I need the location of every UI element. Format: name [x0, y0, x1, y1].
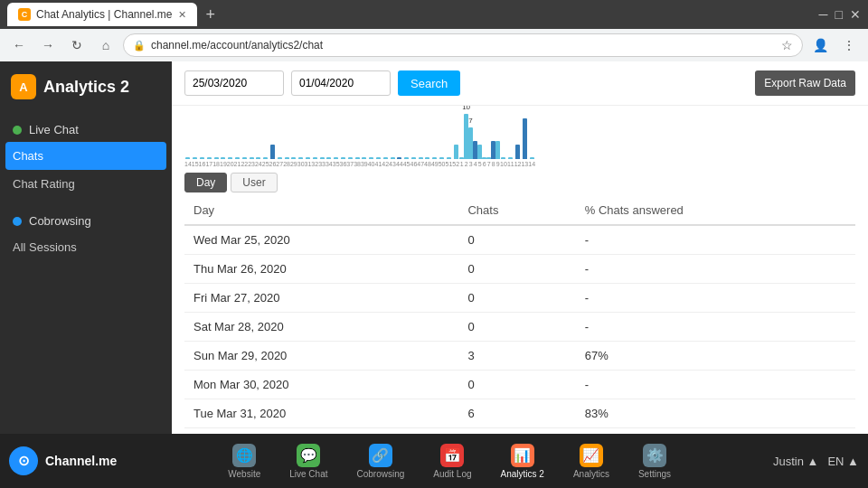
chart-bar — [278, 157, 282, 159]
cell-chats: 0 — [458, 225, 575, 255]
sidebar-cobrowsing-header: Cobrowsing — [0, 209, 172, 233]
user-toggle-button[interactable]: User — [231, 173, 277, 192]
chart-bar — [523, 118, 527, 159]
chart-bar-label: 47 — [417, 161, 424, 167]
chart-bar-label: 46 — [410, 161, 418, 167]
browser-tab[interactable]: C Chat Analytics | Channel.me ✕ — [7, 3, 197, 26]
chart-bar-label: 20 — [227, 161, 234, 167]
forward-button[interactable]: → — [36, 33, 60, 57]
chart-bar-label: 34 — [326, 161, 333, 167]
toolbar: Search Export Raw Data — [172, 61, 868, 106]
chart-area: 1415161718192021222324252627282930313233… — [172, 106, 868, 169]
bottom-logo-icon: ⊙ — [9, 446, 38, 475]
analytics-icon: 📈 — [580, 444, 603, 467]
analytics2-label: Analytics 2 — [501, 469, 544, 479]
chart-bar-label: 40 — [368, 161, 375, 167]
view-toggle: Day User — [172, 169, 868, 196]
chart-bar — [432, 157, 437, 159]
chart-bar-label: 3 — [469, 161, 473, 167]
chart-bar — [256, 157, 260, 159]
cell-pct: - — [576, 313, 855, 342]
address-bar[interactable]: 🔒 channel.me/account/analytics2/chat ☆ — [123, 33, 803, 57]
table-row: Wed Mar 25, 2020 0 - — [184, 225, 855, 255]
bookmark-button[interactable]: ☆ — [781, 38, 793, 52]
table-row: Mon Mar 30, 2020 0 - — [184, 371, 855, 399]
chart-bar-label: 15 — [192, 161, 199, 167]
chart-bar-label: 37 — [346, 161, 354, 167]
chart-bar-label: 27 — [276, 161, 283, 167]
chart-bar-label: 16 — [199, 161, 206, 167]
chart-bar — [228, 157, 232, 159]
chart-bar-label: 42 — [382, 161, 389, 167]
chart-bar-label: 21 — [234, 161, 241, 167]
home-button[interactable]: ⌂ — [94, 33, 118, 57]
cobrowsing-label: Cobrowsing — [29, 214, 91, 228]
profile-button[interactable]: 👤 — [808, 33, 832, 57]
export-button[interactable]: Export Raw Data — [755, 70, 855, 96]
chart-bar-label: 2 — [465, 161, 468, 167]
bottom-nav-website[interactable]: 🌐Website — [215, 440, 273, 483]
bottom-nav-analytics2[interactable]: 📊Analytics 2 — [488, 440, 557, 483]
chart-bar — [404, 157, 409, 159]
chart-bar-label: 35 — [333, 161, 340, 167]
cobrowse-label: Cobrowsing — [356, 469, 404, 479]
new-tab-button[interactable]: + — [206, 5, 216, 24]
chart-bar — [298, 157, 303, 159]
date-to-input[interactable] — [291, 70, 391, 96]
menu-button[interactable]: ⋮ — [837, 33, 861, 57]
chart-bar-label: 43 — [389, 161, 396, 167]
search-button[interactable]: Search — [398, 70, 460, 96]
cobrowsing-status-dot — [13, 217, 22, 226]
website-label: Website — [228, 469, 260, 479]
back-button[interactable]: ← — [7, 33, 31, 57]
chart-bar-label: 28 — [283, 161, 290, 167]
cell-pct: 83% — [576, 399, 855, 428]
sidebar-item-chat-rating[interactable]: Chat Rating — [0, 170, 172, 198]
user-menu-button[interactable]: Justin ▲ — [773, 455, 818, 468]
cell-day: Thu Mar 26, 2020 — [184, 255, 458, 284]
chart-bar-label: 1 — [460, 161, 464, 167]
chart-bar-label: 49 — [431, 161, 439, 167]
chart-bar — [185, 157, 190, 159]
language-button[interactable]: EN ▲ — [827, 455, 859, 468]
app-body: A Analytics 2 Live Chat Chats Chat Ratin… — [0, 61, 868, 434]
chart-bar — [306, 157, 310, 159]
chart-bar-label: 38 — [354, 161, 361, 167]
sidebar: A Analytics 2 Live Chat Chats Chat Ratin… — [0, 61, 172, 434]
chart-bar-label: 44 — [396, 161, 403, 167]
bottom-nav-livechat[interactable]: 💬Live Chat — [277, 440, 340, 483]
sidebar-item-all-sessions[interactable]: All Sessions — [0, 233, 172, 261]
sidebar-cobrowsing-section: Cobrowsing All Sessions — [0, 203, 172, 267]
bottom-nav-settings[interactable]: ⚙️Settings — [626, 440, 684, 483]
bottom-nav-auditlog[interactable]: 📅Audit Log — [420, 440, 484, 483]
col-day: Day — [184, 196, 458, 225]
bottom-nav: ⊙ Channel.me 🌐Website💬Live Chat🔗Cobrowsi… — [0, 434, 868, 488]
chart-bar-label: 17 — [205, 161, 212, 167]
chart-bar — [313, 157, 317, 159]
live-chat-label: Live Chat — [29, 123, 79, 136]
chart-bar — [508, 157, 513, 159]
url-text: channel.me/account/analytics2/chat — [151, 39, 323, 52]
chart-bar — [263, 157, 268, 159]
maximize-button[interactable]: □ — [835, 7, 843, 22]
reload-button[interactable]: ↻ — [65, 33, 89, 57]
sidebar-item-chats[interactable]: Chats — [5, 142, 166, 170]
chart-bar — [341, 157, 345, 159]
day-toggle-button[interactable]: Day — [184, 173, 227, 192]
cobrowse-icon: 🔗 — [369, 444, 392, 467]
cell-day: Wed Mar 25, 2020 — [184, 225, 458, 255]
cell-day: Tue Mar 31, 2020 — [184, 399, 458, 428]
website-icon: 🌐 — [232, 444, 256, 467]
lock-icon: 🔒 — [133, 40, 146, 52]
close-button[interactable]: ✕ — [850, 7, 861, 22]
chart-bar — [362, 157, 366, 159]
col-chats: Chats — [458, 196, 575, 225]
table-row: Fri Mar 27, 2020 0 - — [184, 284, 855, 313]
date-from-input[interactable] — [184, 70, 284, 96]
minimize-button[interactable]: ─ — [819, 7, 828, 22]
bottom-nav-analytics[interactable]: 📈Analytics — [561, 440, 622, 483]
tab-close-button[interactable]: ✕ — [178, 9, 186, 21]
chart-bar-label: 52 — [452, 161, 459, 167]
bottom-nav-cobrowse[interactable]: 🔗Cobrowsing — [344, 440, 417, 483]
chart-bar — [425, 157, 429, 159]
